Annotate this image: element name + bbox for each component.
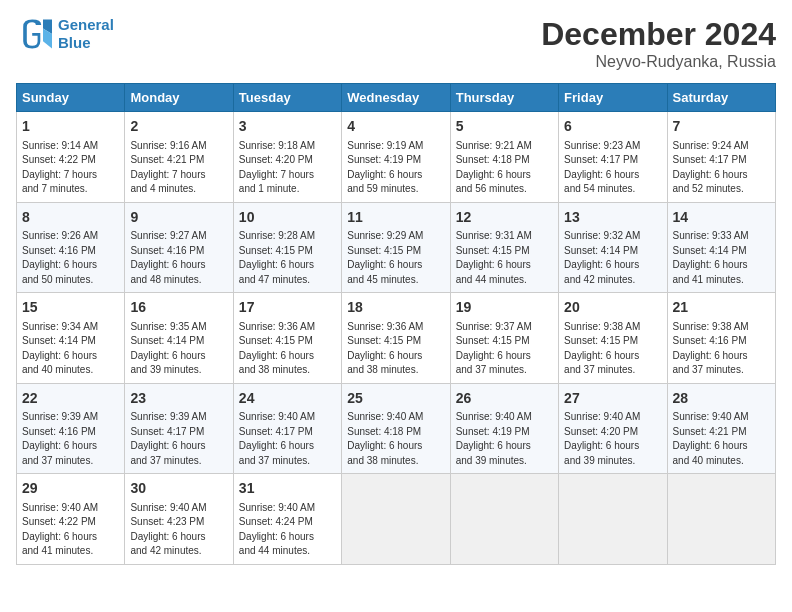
day-number: 28	[673, 389, 770, 409]
day-info: Sunrise: 9:19 AM Sunset: 4:19 PM Dayligh…	[347, 139, 444, 197]
day-info: Sunrise: 9:40 AM Sunset: 4:24 PM Dayligh…	[239, 501, 336, 559]
header-day-wednesday: Wednesday	[342, 84, 450, 112]
logo-icon	[16, 16, 52, 52]
calendar-cell: 10Sunrise: 9:28 AM Sunset: 4:15 PM Dayli…	[233, 202, 341, 293]
day-number: 3	[239, 117, 336, 137]
day-number: 12	[456, 208, 553, 228]
week-row-3: 15Sunrise: 9:34 AM Sunset: 4:14 PM Dayli…	[17, 293, 776, 384]
day-number: 20	[564, 298, 661, 318]
day-info: Sunrise: 9:34 AM Sunset: 4:14 PM Dayligh…	[22, 320, 119, 378]
calendar-body: 1Sunrise: 9:14 AM Sunset: 4:22 PM Daylig…	[17, 112, 776, 565]
day-number: 18	[347, 298, 444, 318]
calendar-cell: 6Sunrise: 9:23 AM Sunset: 4:17 PM Daylig…	[559, 112, 667, 203]
day-number: 29	[22, 479, 119, 499]
logo-line2: Blue	[58, 34, 91, 51]
week-row-1: 1Sunrise: 9:14 AM Sunset: 4:22 PM Daylig…	[17, 112, 776, 203]
day-info: Sunrise: 9:40 AM Sunset: 4:22 PM Dayligh…	[22, 501, 119, 559]
day-number: 14	[673, 208, 770, 228]
logo-line1: General	[58, 16, 114, 33]
day-number: 11	[347, 208, 444, 228]
day-number: 4	[347, 117, 444, 137]
calendar-cell: 1Sunrise: 9:14 AM Sunset: 4:22 PM Daylig…	[17, 112, 125, 203]
header-day-saturday: Saturday	[667, 84, 775, 112]
header-row: SundayMondayTuesdayWednesdayThursdayFrid…	[17, 84, 776, 112]
day-info: Sunrise: 9:40 AM Sunset: 4:19 PM Dayligh…	[456, 410, 553, 468]
day-info: Sunrise: 9:26 AM Sunset: 4:16 PM Dayligh…	[22, 229, 119, 287]
logo-text: General Blue	[58, 16, 114, 52]
day-number: 23	[130, 389, 227, 409]
calendar-cell: 5Sunrise: 9:21 AM Sunset: 4:18 PM Daylig…	[450, 112, 558, 203]
day-info: Sunrise: 9:29 AM Sunset: 4:15 PM Dayligh…	[347, 229, 444, 287]
day-number: 30	[130, 479, 227, 499]
title-block: December 2024 Neyvo-Rudyanka, Russia	[541, 16, 776, 71]
page-title: December 2024	[541, 16, 776, 53]
day-info: Sunrise: 9:24 AM Sunset: 4:17 PM Dayligh…	[673, 139, 770, 197]
calendar-cell	[667, 474, 775, 565]
day-number: 24	[239, 389, 336, 409]
day-number: 13	[564, 208, 661, 228]
header-day-sunday: Sunday	[17, 84, 125, 112]
calendar-cell: 25Sunrise: 9:40 AM Sunset: 4:18 PM Dayli…	[342, 383, 450, 474]
day-info: Sunrise: 9:28 AM Sunset: 4:15 PM Dayligh…	[239, 229, 336, 287]
day-number: 26	[456, 389, 553, 409]
day-info: Sunrise: 9:36 AM Sunset: 4:15 PM Dayligh…	[239, 320, 336, 378]
day-number: 16	[130, 298, 227, 318]
header-day-tuesday: Tuesday	[233, 84, 341, 112]
day-number: 5	[456, 117, 553, 137]
day-number: 31	[239, 479, 336, 499]
day-info: Sunrise: 9:33 AM Sunset: 4:14 PM Dayligh…	[673, 229, 770, 287]
day-info: Sunrise: 9:21 AM Sunset: 4:18 PM Dayligh…	[456, 139, 553, 197]
calendar-cell: 31Sunrise: 9:40 AM Sunset: 4:24 PM Dayli…	[233, 474, 341, 565]
week-row-5: 29Sunrise: 9:40 AM Sunset: 4:22 PM Dayli…	[17, 474, 776, 565]
day-number: 1	[22, 117, 119, 137]
day-info: Sunrise: 9:14 AM Sunset: 4:22 PM Dayligh…	[22, 139, 119, 197]
calendar-cell: 26Sunrise: 9:40 AM Sunset: 4:19 PM Dayli…	[450, 383, 558, 474]
calendar-cell: 27Sunrise: 9:40 AM Sunset: 4:20 PM Dayli…	[559, 383, 667, 474]
page-subtitle: Neyvo-Rudyanka, Russia	[541, 53, 776, 71]
week-row-4: 22Sunrise: 9:39 AM Sunset: 4:16 PM Dayli…	[17, 383, 776, 474]
day-info: Sunrise: 9:40 AM Sunset: 4:18 PM Dayligh…	[347, 410, 444, 468]
day-number: 19	[456, 298, 553, 318]
calendar-cell: 21Sunrise: 9:38 AM Sunset: 4:16 PM Dayli…	[667, 293, 775, 384]
day-number: 9	[130, 208, 227, 228]
calendar-cell: 19Sunrise: 9:37 AM Sunset: 4:15 PM Dayli…	[450, 293, 558, 384]
day-number: 6	[564, 117, 661, 137]
day-info: Sunrise: 9:40 AM Sunset: 4:23 PM Dayligh…	[130, 501, 227, 559]
calendar-cell: 12Sunrise: 9:31 AM Sunset: 4:15 PM Dayli…	[450, 202, 558, 293]
calendar-cell: 20Sunrise: 9:38 AM Sunset: 4:15 PM Dayli…	[559, 293, 667, 384]
day-info: Sunrise: 9:18 AM Sunset: 4:20 PM Dayligh…	[239, 139, 336, 197]
day-info: Sunrise: 9:40 AM Sunset: 4:21 PM Dayligh…	[673, 410, 770, 468]
day-number: 17	[239, 298, 336, 318]
day-number: 8	[22, 208, 119, 228]
calendar-cell: 11Sunrise: 9:29 AM Sunset: 4:15 PM Dayli…	[342, 202, 450, 293]
calendar-cell: 4Sunrise: 9:19 AM Sunset: 4:19 PM Daylig…	[342, 112, 450, 203]
day-number: 27	[564, 389, 661, 409]
calendar-cell: 9Sunrise: 9:27 AM Sunset: 4:16 PM Daylig…	[125, 202, 233, 293]
day-info: Sunrise: 9:36 AM Sunset: 4:15 PM Dayligh…	[347, 320, 444, 378]
calendar-cell: 30Sunrise: 9:40 AM Sunset: 4:23 PM Dayli…	[125, 474, 233, 565]
week-row-2: 8Sunrise: 9:26 AM Sunset: 4:16 PM Daylig…	[17, 202, 776, 293]
page-header: General Blue December 2024 Neyvo-Rudyank…	[16, 16, 776, 71]
calendar-cell	[450, 474, 558, 565]
day-number: 2	[130, 117, 227, 137]
calendar-cell: 13Sunrise: 9:32 AM Sunset: 4:14 PM Dayli…	[559, 202, 667, 293]
logo: General Blue	[16, 16, 114, 52]
header-day-monday: Monday	[125, 84, 233, 112]
day-number: 21	[673, 298, 770, 318]
calendar-cell: 3Sunrise: 9:18 AM Sunset: 4:20 PM Daylig…	[233, 112, 341, 203]
calendar-cell: 14Sunrise: 9:33 AM Sunset: 4:14 PM Dayli…	[667, 202, 775, 293]
day-number: 10	[239, 208, 336, 228]
day-info: Sunrise: 9:38 AM Sunset: 4:15 PM Dayligh…	[564, 320, 661, 378]
calendar-cell: 16Sunrise: 9:35 AM Sunset: 4:14 PM Dayli…	[125, 293, 233, 384]
day-info: Sunrise: 9:35 AM Sunset: 4:14 PM Dayligh…	[130, 320, 227, 378]
day-number: 15	[22, 298, 119, 318]
calendar-cell: 24Sunrise: 9:40 AM Sunset: 4:17 PM Dayli…	[233, 383, 341, 474]
calendar-header: SundayMondayTuesdayWednesdayThursdayFrid…	[17, 84, 776, 112]
day-info: Sunrise: 9:38 AM Sunset: 4:16 PM Dayligh…	[673, 320, 770, 378]
day-info: Sunrise: 9:40 AM Sunset: 4:20 PM Dayligh…	[564, 410, 661, 468]
header-day-friday: Friday	[559, 84, 667, 112]
day-info: Sunrise: 9:37 AM Sunset: 4:15 PM Dayligh…	[456, 320, 553, 378]
calendar-cell: 29Sunrise: 9:40 AM Sunset: 4:22 PM Dayli…	[17, 474, 125, 565]
day-info: Sunrise: 9:31 AM Sunset: 4:15 PM Dayligh…	[456, 229, 553, 287]
day-number: 7	[673, 117, 770, 137]
